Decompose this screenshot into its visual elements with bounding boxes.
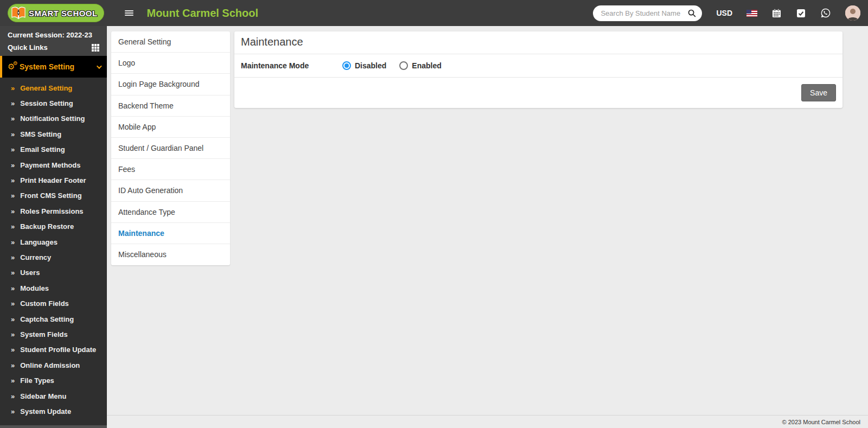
sidebar-item-system-update[interactable]: »System Update bbox=[0, 404, 107, 419]
double-arrow-icon: » bbox=[11, 269, 15, 277]
sidebar-item-currency[interactable]: »Currency bbox=[0, 250, 107, 265]
book-icon bbox=[10, 6, 27, 20]
sidebar-item-session-setting[interactable]: »Session Setting bbox=[0, 95, 107, 111]
sidebar-item-users[interactable]: »Users bbox=[0, 265, 107, 280]
sidebar-item-email-setting[interactable]: »Email Setting bbox=[0, 142, 107, 157]
sidebar-item-system-fields[interactable]: »System Fields bbox=[0, 327, 107, 342]
sidebar-item-file-types[interactable]: »File Types bbox=[0, 373, 107, 388]
sidebar-item-payment-methods[interactable]: »Payment Methods bbox=[0, 157, 107, 173]
settings-tab-panel: General Setting Logo Login Page Backgrou… bbox=[111, 31, 230, 265]
whatsapp-icon[interactable] bbox=[820, 8, 831, 18]
search-box bbox=[593, 5, 702, 21]
sidebar: Current Session: 2022-23 Quick Links ⚙⚙ … bbox=[0, 26, 107, 428]
sidebar-item-front-cms-setting[interactable]: »Front CMS Setting bbox=[0, 188, 107, 203]
sidebar-item-notification-setting[interactable]: »Notification Setting bbox=[0, 111, 107, 126]
session-block: Current Session: 2022-23 Quick Links bbox=[0, 26, 107, 56]
sidebar-item-roles-permissions[interactable]: »Roles Permissions bbox=[0, 203, 107, 219]
page-footer: © 2023 Mount Carmel School bbox=[107, 415, 868, 428]
tab-student-guardian-panel[interactable]: Student / Guardian Panel bbox=[111, 138, 230, 159]
user-avatar[interactable] bbox=[845, 5, 860, 21]
sidebar-item-general-setting[interactable]: »General Setting bbox=[0, 80, 107, 95]
current-session-label: Current Session: 2022-23 bbox=[8, 31, 99, 39]
double-arrow-icon: » bbox=[11, 191, 15, 200]
sidebar-item-languages[interactable]: »Languages bbox=[0, 234, 107, 250]
double-arrow-icon: » bbox=[11, 222, 15, 231]
currency-selector[interactable]: USD bbox=[716, 9, 732, 17]
brand-name: SMART SCHOOL bbox=[29, 9, 97, 18]
save-button[interactable]: Save bbox=[801, 84, 836, 101]
tab-logo[interactable]: Logo bbox=[111, 53, 230, 74]
double-arrow-icon: » bbox=[11, 392, 15, 400]
horizontal-scrollbar[interactable] bbox=[0, 425, 107, 428]
double-arrow-icon: » bbox=[11, 376, 15, 385]
search-input[interactable] bbox=[601, 9, 687, 17]
double-arrow-icon: » bbox=[11, 346, 15, 354]
tab-mobile-app[interactable]: Mobile App bbox=[111, 117, 230, 138]
double-arrow-icon: » bbox=[11, 253, 15, 261]
double-arrow-icon: » bbox=[11, 145, 15, 154]
copyright-text: © 2023 Mount Carmel School bbox=[782, 419, 860, 425]
system-setting-submenu: »General Setting »Session Setting »Notif… bbox=[0, 78, 107, 419]
radio-disabled[interactable]: Disabled bbox=[342, 61, 386, 70]
gears-icon: ⚙⚙ bbox=[8, 62, 20, 72]
double-arrow-icon: » bbox=[11, 161, 15, 169]
double-arrow-icon: » bbox=[11, 99, 15, 107]
maintenance-mode-radio-group: Disabled Enabled bbox=[342, 61, 442, 70]
sidebar-item-captcha-setting[interactable]: »Captcha Setting bbox=[0, 311, 107, 327]
double-arrow-icon: » bbox=[11, 284, 15, 292]
menu-system-setting-label: System Setting bbox=[20, 62, 74, 71]
tab-login-page-background[interactable]: Login Page Background bbox=[111, 74, 230, 95]
page-title: Maintenance bbox=[234, 31, 843, 54]
double-arrow-icon: » bbox=[11, 361, 15, 369]
maintenance-mode-label: Maintenance Mode bbox=[241, 61, 342, 70]
sidebar-item-sms-setting[interactable]: »SMS Setting bbox=[0, 126, 107, 142]
double-arrow-icon: » bbox=[11, 114, 15, 123]
radio-unselected-icon bbox=[399, 61, 408, 70]
tab-id-auto-generation[interactable]: ID Auto Generation bbox=[111, 180, 230, 201]
tab-maintenance[interactable]: Maintenance bbox=[111, 223, 230, 244]
sidebar-item-modules[interactable]: »Modules bbox=[0, 280, 107, 296]
task-check-icon[interactable] bbox=[796, 8, 806, 18]
sidebar-item-sidebar-menu[interactable]: »Sidebar Menu bbox=[0, 388, 107, 404]
double-arrow-icon: » bbox=[11, 407, 15, 416]
maintenance-card: Maintenance Maintenance Mode Disabled En… bbox=[234, 31, 843, 108]
double-arrow-icon: » bbox=[11, 330, 15, 338]
quick-links-button[interactable]: Quick Links bbox=[8, 43, 99, 52]
sidebar-item-online-admission[interactable]: »Online Admission bbox=[0, 357, 107, 373]
calendar-icon[interactable] bbox=[771, 8, 782, 18]
double-arrow-icon: » bbox=[11, 176, 15, 184]
language-flag-icon[interactable] bbox=[746, 10, 757, 17]
menu-system-setting[interactable]: ⚙⚙ System Setting bbox=[0, 56, 107, 78]
search-icon[interactable] bbox=[687, 9, 697, 18]
double-arrow-icon: » bbox=[11, 315, 15, 323]
hamburger-menu-icon[interactable] bbox=[125, 9, 133, 17]
sidebar-item-student-profile-update[interactable]: »Student Profile Update bbox=[0, 342, 107, 357]
double-arrow-icon: » bbox=[11, 207, 15, 215]
sidebar-item-custom-fields[interactable]: »Custom Fields bbox=[0, 296, 107, 311]
grid-icon bbox=[92, 44, 99, 52]
double-arrow-icon: » bbox=[11, 299, 15, 308]
quick-links-label: Quick Links bbox=[8, 43, 48, 52]
school-name-title: Mount Carmel School bbox=[146, 7, 258, 20]
tab-backend-theme[interactable]: Backend Theme bbox=[111, 95, 230, 117]
radio-selected-icon bbox=[342, 61, 351, 70]
top-header: SMART SCHOOL Mount Carmel School USD bbox=[0, 0, 868, 26]
radio-enabled[interactable]: Enabled bbox=[399, 61, 441, 70]
sidebar-item-backup-restore[interactable]: »Backup Restore bbox=[0, 219, 107, 234]
brand-logo[interactable]: SMART SCHOOL bbox=[8, 4, 104, 22]
tab-attendance-type[interactable]: Attendance Type bbox=[111, 202, 230, 223]
tab-miscellaneous[interactable]: Miscellaneous bbox=[111, 244, 230, 265]
sidebar-item-print-header-footer[interactable]: »Print Header Footer bbox=[0, 173, 107, 188]
tab-fees[interactable]: Fees bbox=[111, 159, 230, 180]
tab-general-setting[interactable]: General Setting bbox=[111, 31, 230, 53]
double-arrow-icon: » bbox=[11, 130, 15, 138]
double-arrow-icon: » bbox=[11, 238, 15, 246]
double-arrow-icon: » bbox=[11, 84, 15, 92]
chevron-down-icon bbox=[97, 63, 102, 69]
